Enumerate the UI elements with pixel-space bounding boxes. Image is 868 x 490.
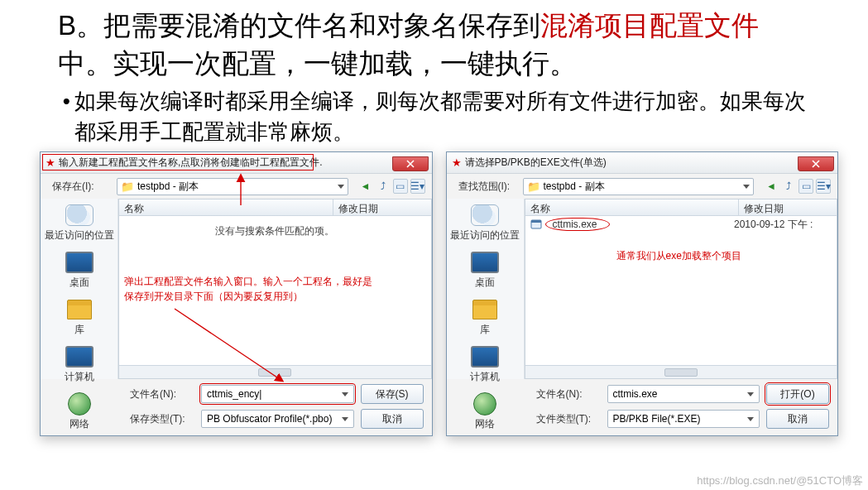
lookin-label: 查找范围(I): — [458, 180, 518, 194]
filetype-select[interactable]: PB/PKB File(*.EXE) — [607, 410, 760, 428]
horizontal-scrollbar[interactable] — [525, 365, 837, 378]
place-label: 网络 — [475, 418, 495, 430]
place-label: 最近访问的位置 — [45, 229, 114, 241]
close-button[interactable] — [798, 156, 834, 171]
chevron-down-icon — [747, 392, 754, 396]
filename-label: 文件名(N): — [130, 387, 194, 401]
annotation-note: 弹出工程配置文件名输入窗口。输入一个工程名，最好是保存到开发目录下面（因为要反复… — [124, 274, 372, 304]
filetype-label: 保存类型(T): — [130, 412, 194, 426]
location-row: 保存在(I): 📁 testpbd - 副本 ◄ ⤴ ▭ ☰▾ — [41, 174, 432, 199]
new-folder-icon[interactable]: ▭ — [393, 179, 408, 194]
view-menu-icon[interactable]: ☰▾ — [410, 179, 425, 194]
new-folder-icon[interactable]: ▭ — [798, 179, 813, 194]
file-name: cttmis.exe — [545, 218, 610, 231]
place-computer[interactable]: 计算机 — [447, 343, 524, 389]
place-library[interactable]: 库 — [447, 296, 524, 342]
bullet-item: • 如果每次编译时都采用全编译，则每次都需要对所有文件进行加密。如果每次都采用手… — [58, 86, 810, 147]
close-icon — [406, 160, 415, 168]
place-library[interactable]: 库 — [41, 296, 117, 342]
bullet-dot: • — [58, 86, 74, 147]
filename-input[interactable]: cttmis.exe — [607, 385, 760, 403]
heading-highlight: 混淆项目配置文件 — [540, 10, 759, 41]
col-name[interactable]: 名称 — [119, 199, 333, 215]
filetype-select[interactable]: PB Obfuscator Profile(*.pbo) — [201, 410, 354, 428]
exe-icon — [530, 219, 542, 230]
location-select[interactable]: 📁 testpbd - 副本 — [117, 178, 348, 195]
location-value: testpbd - 副本 — [544, 180, 605, 194]
place-label: 库 — [480, 324, 490, 335]
place-desktop[interactable]: 桌面 — [41, 249, 117, 295]
file-row[interactable]: cttmis.exe 2010-09-12 下午 : — [525, 216, 837, 233]
heading-suffix: 中。实现一次配置，一键加载，一键执行。 — [58, 48, 577, 79]
dialog-title: 请选择PB/PKB的EXE文件(单选) — [465, 156, 798, 170]
col-name[interactable]: 名称 — [525, 199, 740, 215]
desktop-icon — [471, 252, 499, 273]
place-label: 网络 — [70, 418, 89, 430]
document-text-block: B。把需要混淆的文件名和对象名保存到混淆项目配置文件中。实现一次配置，一键加载，… — [0, 0, 868, 147]
star-icon: ★ — [452, 156, 462, 169]
save-button[interactable]: 保存(S) — [361, 384, 424, 404]
computer-icon — [65, 346, 94, 368]
file-list-area: 名称 修改日期 没有与搜索条件匹配的项。 弹出工程配置文件名输入窗口。输入一个工… — [118, 199, 432, 379]
cancel-button[interactable]: 取消 — [766, 409, 829, 429]
chevron-down-icon — [342, 392, 348, 396]
desktop-icon — [65, 252, 94, 273]
view-menu-icon[interactable]: ☰▾ — [816, 179, 831, 194]
close-button[interactable] — [392, 156, 429, 171]
titlebar: ★ 请选择PB/PKB的EXE文件(单选) — [447, 152, 838, 174]
star-icon: ★ — [46, 156, 55, 169]
col-date[interactable]: 修改日期 — [739, 199, 837, 215]
filename-input[interactable]: cttmis_ency| — [201, 385, 354, 403]
column-headers: 名称 修改日期 — [119, 199, 431, 216]
chevron-down-icon — [743, 185, 750, 189]
filename-value: cttmis.exe — [613, 388, 658, 400]
place-label: 桌面 — [475, 276, 495, 288]
watermark: https://blog.csdn.net/@51CTO博客 — [697, 473, 863, 488]
place-recent[interactable]: 最近访问的位置 — [41, 202, 117, 247]
chevron-down-icon — [342, 417, 348, 421]
up-folder-icon[interactable]: ⤴ — [376, 179, 391, 194]
horizontal-scrollbar[interactable] — [119, 365, 431, 378]
location-select[interactable]: 📁 testpbd - 副本 — [523, 178, 755, 195]
place-network[interactable]: 网络 — [447, 391, 524, 436]
filetype-label: 文件类型(T): — [536, 412, 601, 426]
open-dialog: ★ 请选择PB/PKB的EXE文件(单选) 查找范围(I): 📁 testpbd… — [446, 151, 839, 436]
file-list[interactable]: cttmis.exe 2010-09-12 下午 : 通常我们从exe加载整个项… — [525, 216, 837, 365]
recent-icon — [65, 204, 94, 226]
place-label: 计算机 — [65, 371, 94, 382]
network-icon — [473, 392, 496, 416]
place-desktop[interactable]: 桌面 — [447, 249, 524, 295]
dialog-screenshot-row: ★ 输入新建工程配置文件名称,点取消将创建临时工程配置文件. 保存在(I): 📁… — [0, 151, 868, 436]
computer-icon — [471, 346, 499, 368]
back-icon[interactable]: ◄ — [764, 179, 779, 194]
annotation-note: 通常我们从exe加载整个项目 — [616, 249, 741, 263]
scrollbar-thumb[interactable] — [258, 368, 291, 377]
dialog-title: 输入新建工程配置文件名称,点取消将创建临时工程配置文件. — [59, 156, 392, 170]
open-button[interactable]: 打开(O) — [766, 384, 829, 404]
file-list[interactable]: 没有与搜索条件匹配的项。 弹出工程配置文件名输入窗口。输入一个工程名，最好是保存… — [119, 216, 431, 365]
cancel-button[interactable]: 取消 — [361, 409, 424, 429]
folder-icon: 📁 — [527, 180, 540, 193]
place-label: 计算机 — [470, 371, 500, 382]
place-network[interactable]: 网络 — [41, 391, 117, 436]
filename-label: 文件名(N): — [536, 387, 601, 401]
scrollbar-thumb[interactable] — [664, 368, 698, 377]
back-icon[interactable]: ◄ — [358, 179, 373, 194]
folder-icon: 📁 — [121, 180, 134, 193]
network-icon — [68, 392, 91, 416]
up-folder-icon[interactable]: ⤴ — [781, 179, 796, 194]
col-date[interactable]: 修改日期 — [333, 199, 431, 215]
place-computer[interactable]: 计算机 — [41, 343, 117, 389]
section-heading: B。把需要混淆的文件名和对象名保存到混淆项目配置文件中。实现一次配置，一键加载，… — [58, 7, 810, 83]
dialog-body: 最近访问的位置 桌面 库 计算机 网络 名称 修改日期 没有与搜索条件匹配的项。… — [41, 199, 432, 379]
heading-prefix: B。把需要混淆的文件名和对象名保存到 — [58, 10, 540, 41]
places-bar: 最近访问的位置 桌面 库 计算机 网络 — [41, 199, 118, 379]
bullet-text: 如果每次编译时都采用全编译，则每次都需要对所有文件进行加密。如果每次都采用手工配… — [74, 86, 810, 147]
place-recent[interactable]: 最近访问的位置 — [447, 202, 524, 247]
save-dialog: ★ 输入新建工程配置文件名称,点取消将创建临时工程配置文件. 保存在(I): 📁… — [40, 151, 433, 436]
dialog-body: 最近访问的位置 桌面 库 计算机 网络 名称 修改日期 — [447, 199, 838, 379]
place-label: 库 — [74, 324, 84, 335]
recent-icon — [471, 204, 499, 226]
library-icon — [472, 300, 497, 319]
chevron-down-icon — [338, 185, 344, 189]
